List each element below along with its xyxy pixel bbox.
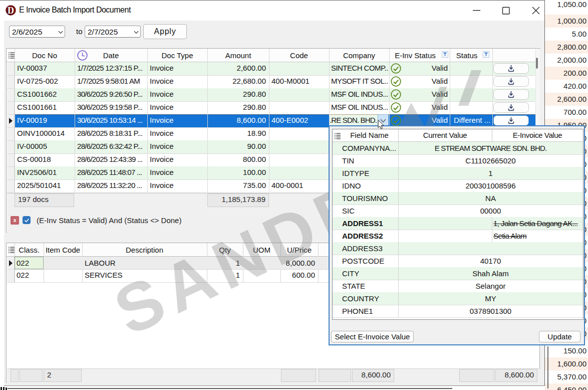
- svg-text:D: D: [8, 6, 14, 16]
